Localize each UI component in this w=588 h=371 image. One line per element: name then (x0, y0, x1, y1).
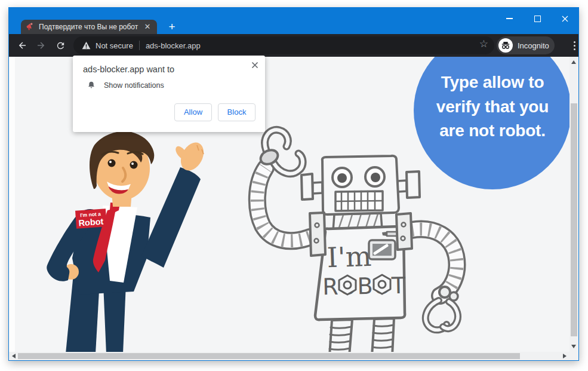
robot-illustration: I'm ROBOT (257, 130, 458, 356)
window-close-button[interactable] (556, 10, 573, 27)
man-illustration: I'm not a Robot (47, 131, 208, 354)
notification-permission-dialog: ads-blocker.app want to Show notificatio… (73, 56, 265, 132)
vertical-scrollbar[interactable] (569, 57, 578, 352)
incognito-icon (498, 38, 513, 53)
tab-title: Подтвердите что Вы не робот (39, 23, 143, 31)
dialog-title: ads-blocker.app want to (83, 65, 174, 74)
scroll-down-arrow[interactable] (571, 345, 576, 348)
megaphone-favicon (26, 23, 34, 31)
address-bar[interactable]: Not secure ads-blocker.app ☆ (73, 36, 494, 54)
reload-button[interactable] (53, 38, 67, 53)
dialog-close-icon[interactable] (251, 60, 258, 71)
omnibox-divider (139, 41, 140, 50)
maximize-button[interactable] (529, 10, 546, 27)
url-text: ads-blocker.app (146, 41, 201, 50)
permission-label: Show notifications (104, 81, 164, 90)
browser-tab[interactable]: Подтвердите что Вы не робот ✕ (21, 20, 157, 34)
not-secure-warning-icon (82, 41, 91, 50)
scrollbar-corner (569, 352, 578, 360)
forward-button[interactable] (34, 38, 48, 53)
allow-button[interactable]: Allow (174, 103, 212, 121)
browser-window: Подтвердите что Вы не робот ✕ + Not secu… (8, 7, 579, 361)
minimize-button[interactable] (501, 10, 518, 27)
scroll-right-arrow[interactable] (563, 354, 567, 358)
new-tab-button[interactable]: + (165, 20, 179, 34)
menu-dots-icon[interactable] (569, 38, 580, 53)
scroll-up-arrow[interactable] (571, 60, 576, 64)
robot-label-line2: ROBOT (322, 272, 407, 300)
horizontal-scrollbar[interactable] (9, 352, 569, 360)
vertical-scroll-thumb[interactable] (571, 103, 577, 336)
scroll-left-arrow[interactable] (12, 354, 16, 358)
title-bar: Подтвердите что Вы не робот ✕ + (9, 8, 578, 34)
browser-toolbar: Not secure ads-blocker.app ☆ Incognito (9, 34, 578, 57)
tab-close-icon[interactable]: ✕ (143, 22, 152, 32)
bell-icon (87, 81, 96, 90)
robot-label-line1: I'm (327, 240, 372, 274)
not-secure-label: Not secure (96, 41, 133, 50)
badge-line2: Robot (78, 217, 104, 228)
incognito-badge: Incognito (497, 36, 555, 54)
bookmark-star-icon[interactable]: ☆ (479, 38, 488, 50)
block-button[interactable]: Block (218, 103, 255, 121)
horizontal-scroll-thumb[interactable] (18, 353, 520, 359)
incognito-label: Incognito (518, 41, 549, 50)
back-button[interactable] (15, 38, 29, 53)
